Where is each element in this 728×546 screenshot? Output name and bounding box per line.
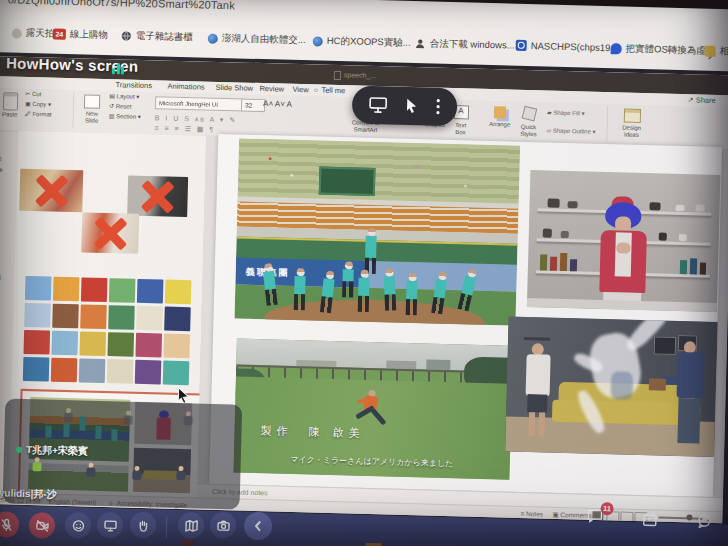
scoreboard (319, 167, 376, 196)
person-icon (415, 38, 426, 49)
folder-icon (704, 46, 715, 57)
collage-tile (79, 358, 106, 383)
grow-shrink-font[interactable]: A˄ A˅ A (263, 99, 292, 109)
person-figure (341, 261, 355, 297)
zoom-slider-knob[interactable] (686, 514, 692, 520)
collage-tile (109, 278, 136, 303)
participant-name: yulidis|邦-沙 (0, 486, 57, 502)
avatar (131, 466, 142, 481)
collage-tile (165, 280, 192, 305)
collage-tile (53, 277, 80, 302)
animation-star-icon: ★ (0, 166, 4, 174)
map-button[interactable] (178, 512, 205, 539)
reactions-button[interactable] (65, 512, 92, 539)
mic-muted-button[interactable] (0, 511, 19, 538)
baseball-team-photo[interactable]: 義聯集團 (234, 138, 520, 325)
reset-button[interactable]: ↺ Reset (109, 103, 151, 111)
section-button[interactable]: ▥ Section ▾ (109, 113, 151, 121)
tab-animations[interactable]: Animations (167, 82, 204, 92)
address-bar[interactable]: o/DzQni0JhrOnoOt7s/HP%20Smart%20Tank (8, 0, 236, 11)
video-credit-text: 製作 陳 啟美 (260, 423, 364, 441)
photo-of-screen: o/DzQni0JhrOnoOt7s/HP%20Smart%20Tank ↗ 露… (0, 0, 728, 546)
counter (527, 298, 717, 312)
collage-tile (52, 304, 79, 329)
online-dot (16, 447, 22, 453)
taskbar-app-icon[interactable] (181, 540, 193, 546)
paste-button[interactable]: Paste (0, 90, 21, 119)
bookmark[interactable]: 相.. (704, 45, 728, 59)
censored-photo[interactable] (19, 169, 83, 213)
layout-button[interactable]: ▤ Layout ▾ (109, 93, 151, 101)
bulb-icon: ○ (313, 85, 318, 94)
bookmark[interactable]: 電子雜誌書櫃 (121, 29, 193, 44)
cut-button[interactable]: ✂ Cut (25, 91, 69, 99)
shape-outline-button[interactable]: ▱ Shape Outline ▾ (546, 127, 595, 135)
person-figure (293, 268, 307, 310)
share-control-pill (352, 85, 458, 126)
chat-bubble-icon[interactable] (696, 514, 712, 533)
document-icon (334, 71, 341, 80)
cursor-icon[interactable] (403, 98, 419, 114)
living-room-photo[interactable] (505, 317, 717, 457)
censored-photo[interactable] (81, 212, 139, 253)
share-button[interactable]: ↗ Share (687, 95, 716, 105)
font-format-row[interactable]: B I U S ᴀʙ A ▾ ✎ (155, 114, 238, 124)
calendar-icon[interactable] (642, 512, 657, 531)
slide-number-11: 11 (0, 273, 2, 280)
tab-slide-show[interactable]: Slide Show (215, 83, 253, 93)
new-slide-button[interactable]: NewSlide (79, 92, 106, 125)
bookmark[interactable]: HC的XOOPS實驗... (313, 34, 411, 50)
participant-name: T兆邦+宋榮賓 (16, 443, 88, 459)
document-title: speech_... (344, 71, 376, 79)
collage-tile (24, 303, 51, 328)
collage-tile (164, 307, 191, 332)
monitor-icon[interactable] (368, 96, 388, 115)
collapse-toolbar-button[interactable] (244, 512, 273, 541)
format-painter-button[interactable]: 🖉 Format (25, 111, 69, 119)
bookmark[interactable]: 澎湖人自由軟體交... (208, 32, 306, 48)
screen: o/DzQni0JhrOnoOt7s/HP%20Smart%20Tank ↗ 露… (0, 0, 728, 546)
mouse-cursor (177, 387, 190, 404)
avatar (63, 408, 74, 423)
copy-button[interactable]: ▣ Copy ▾ (25, 101, 69, 109)
avatar (175, 466, 186, 481)
slide11-collage[interactable] (23, 276, 196, 386)
camera-snapshot-button[interactable] (210, 512, 237, 539)
quick-styles-button[interactable]: QuickStyles (516, 104, 541, 139)
collage-tile (135, 360, 162, 385)
field-runner-photo[interactable]: 製作 陳 啟美 マイク・ミラーさんはアメリカから来ました (233, 338, 512, 479)
bookmark[interactable]: 合法下載 windows... (415, 37, 515, 53)
nas-icon (516, 40, 527, 51)
design-ideas-button[interactable]: DesignIdeas (614, 106, 649, 139)
tab-review[interactable]: Review (259, 84, 284, 94)
paragraph-row[interactable]: ≡ ≡ ≡ ☰ ▦ ¶ (154, 124, 215, 134)
more-options-icon[interactable] (435, 98, 441, 116)
raise-hand-button[interactable] (130, 512, 157, 539)
font-name-select[interactable]: Microsoft JhengHei UI (155, 96, 245, 111)
bookmark[interactable]: NASCHPS(chps19... (516, 40, 619, 54)
bookmark[interactable]: 24線上購物 (53, 28, 108, 42)
tab-tell-me[interactable]: Tell me (321, 86, 345, 96)
divider (606, 106, 608, 142)
notes-toggle[interactable]: ≡ Notes (520, 510, 543, 518)
collage-tile (136, 306, 163, 331)
avatar (183, 411, 194, 426)
shape-fill-button[interactable]: ▰ Shape Fill ▾ (547, 109, 585, 117)
bookmark[interactable]: 把實體OS轉換為虛... (611, 42, 714, 58)
censored-photo[interactable] (127, 176, 188, 218)
person-figure (405, 273, 419, 315)
tab-transitions[interactable]: Transitions (115, 80, 152, 90)
collage-tile (80, 304, 107, 329)
clipboard-group: ✂ Cut ▣ Copy ▾ 🖉 Format (25, 91, 70, 119)
audio-level-icon (112, 63, 124, 74)
camera-off-button[interactable] (29, 512, 56, 539)
kitchen-cosplay-photo[interactable] (527, 170, 721, 312)
collage-tile (25, 276, 52, 301)
arrange-button[interactable]: Arrange (487, 103, 514, 129)
tab-view[interactable]: View (292, 85, 308, 94)
screen-share-button[interactable] (97, 512, 124, 539)
avatar (123, 411, 134, 426)
divider (72, 92, 74, 128)
collage-tile (163, 334, 190, 359)
font-size-select[interactable]: 32 (241, 99, 265, 113)
